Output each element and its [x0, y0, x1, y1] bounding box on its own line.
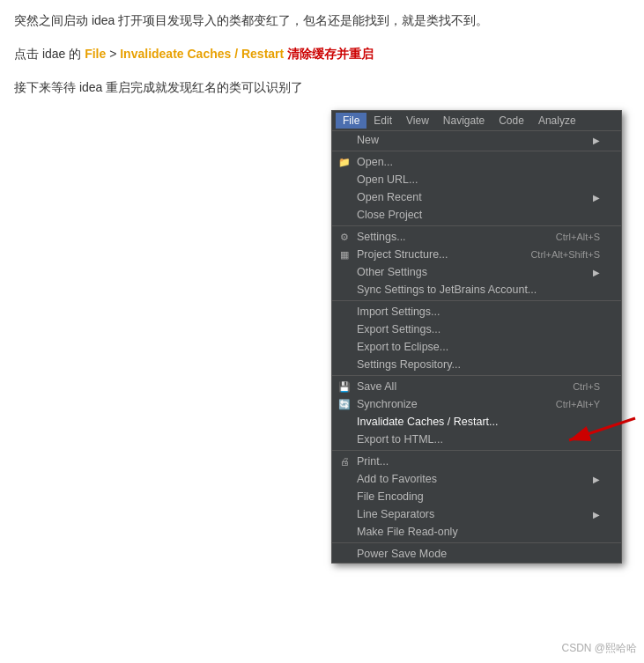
paragraph-3: 接下来等待 idea 重启完成就发现红名的类可以识别了 [14, 77, 630, 99]
menubar-navigate[interactable]: Navigate [436, 113, 492, 129]
paragraph-1: 突然之间启动 idea 打开项目发现导入的类都变红了，包名还是能找到，就是类找不… [14, 11, 630, 32]
menu-make-readonly[interactable]: Make File Read-only [332, 523, 621, 541]
menu-sync-jetbrains[interactable]: Sync Settings to JetBrains Account... [332, 281, 621, 298]
menu-project-structure[interactable]: ▦ Project Structure... Ctrl+Alt+Shift+S [332, 246, 621, 263]
menu-invalidate-caches[interactable]: Invalidate Caches / Restart... [332, 413, 621, 431]
print-icon: 🖨 [337, 454, 352, 468]
menu-close-project[interactable]: Close Project [332, 206, 621, 224]
menu-import-settings[interactable]: Import Settings... [332, 303, 621, 320]
divider-6 [332, 542, 621, 543]
menu-line-separators[interactable]: Line Separators ▶ [332, 505, 621, 523]
divider-5 [332, 450, 621, 451]
menubar-file[interactable]: File [336, 113, 366, 129]
sync-icon: 🔄 [337, 397, 352, 411]
menu-power-save[interactable]: Power Save Mode [332, 545, 621, 563]
paragraph-2: 点击 idae 的 File > Invalideate Caches / Re… [14, 44, 630, 65]
menu-new[interactable]: New ▶ [332, 131, 621, 149]
structure-icon: ▦ [337, 247, 352, 262]
menubar-code[interactable]: Code [492, 113, 531, 129]
menu-synchronize[interactable]: 🔄 Synchronize Ctrl+Alt+Y [332, 395, 621, 413]
menubar-edit[interactable]: Edit [366, 113, 399, 129]
para2-suffix: 清除缓存并重启 [284, 47, 374, 61]
para2-menu: Invalideate Caches / Restart [120, 47, 284, 61]
menu-save-all[interactable]: 💾 Save All Ctrl+S [332, 378, 621, 395]
menu-export-html[interactable]: Export to HTML... [332, 431, 621, 448]
menu-open[interactable]: 📁 Open... [332, 153, 621, 171]
menu-export-eclipse[interactable]: Export to Eclipse... [332, 338, 621, 356]
divider-2 [332, 225, 621, 226]
menu-settings[interactable]: ⚙ Settings... Ctrl+Alt+S [332, 228, 621, 246]
para2-prefix: 点击 idae 的 [14, 47, 85, 61]
csdn-watermark: CSDN @熙哈哈 [561, 641, 637, 656]
menu-add-favorites[interactable]: Add to Favorites ▶ [332, 470, 621, 488]
divider-1 [332, 151, 621, 151]
para2-file: File [85, 47, 106, 61]
menubar-analyze[interactable]: Analyze [531, 113, 583, 129]
menu-export-settings[interactable]: Export Settings... [332, 320, 621, 338]
para1-text: 突然之间启动 idea 打开项目发现导入的类都变红了，包名还是能找到，就是类找不… [14, 13, 488, 27]
divider-4 [332, 375, 621, 376]
para3-text: 接下来等待 idea 重启完成就发现红名的类可以识别了 [14, 80, 303, 94]
menu-open-recent[interactable]: Open Recent ▶ [332, 188, 621, 206]
menu-settings-repo[interactable]: Settings Repository... [332, 356, 621, 373]
menu-print[interactable]: 🖨 Print... [332, 453, 621, 470]
menu-other-settings[interactable]: Other Settings ▶ [332, 263, 621, 281]
gear-icon: ⚙ [337, 230, 352, 244]
folder-icon: 📁 [337, 155, 352, 169]
menu-file-encoding[interactable]: File Encoding [332, 488, 621, 505]
menu-bar: File Edit View Navigate Code Analyze [332, 111, 621, 131]
menubar-view[interactable]: View [399, 113, 436, 129]
menu-open-url[interactable]: Open URL... [332, 171, 621, 188]
page-content: 突然之间启动 idea 打开项目发现导入的类都变红了，包名还是能找到，就是类找不… [0, 0, 644, 574]
context-menu: File Edit View Navigate Code Analyze New… [331, 110, 622, 564]
divider-3 [332, 300, 621, 301]
para2-sep1: > [106, 47, 120, 61]
menu-screenshot: File Edit View Navigate Code Analyze New… [331, 110, 622, 564]
save-icon: 💾 [337, 379, 352, 394]
